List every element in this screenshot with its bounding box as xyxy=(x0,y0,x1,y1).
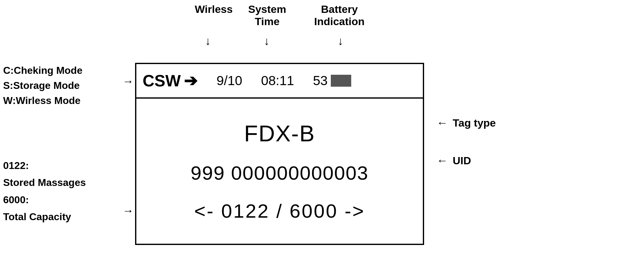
system-time-label: SystemTime xyxy=(248,3,286,28)
uid-label: UID xyxy=(453,155,471,167)
tag-type-value: FDX-B xyxy=(244,121,315,146)
uid-value: 999 000000000003 xyxy=(191,162,368,184)
mode-arrow-icon: ➔ xyxy=(184,71,198,90)
wireless-arrow-down-icon: ↓ xyxy=(205,35,211,48)
mode-c-label: C:Cheking Mode xyxy=(3,63,82,78)
system-time-arrow-down-icon: ↓ xyxy=(264,35,270,48)
total-count-label: 6000: xyxy=(3,191,86,208)
nav-row: <- 0122 / 6000 -> xyxy=(194,200,365,222)
tag-type-arrow-left-icon: ← xyxy=(437,116,448,129)
stored-massages-label: Stored Massages xyxy=(3,174,86,191)
nav-arrow-right-icon: → xyxy=(123,204,134,217)
mode-w-label: W:Wirless Mode xyxy=(3,93,82,108)
mode-labels: C:Cheking Mode S:Storage Mode W:Wirless … xyxy=(3,63,82,108)
battery-percent-value: 53 xyxy=(313,73,328,88)
wireless-label: Wirless xyxy=(195,3,233,15)
status-bar: CSW ➔ 9/10 08:11 53 xyxy=(136,64,423,99)
main-display-area: FDX-B 999 000000000003 <- 0122 / 6000 -> xyxy=(136,99,423,244)
mode-s-label: S:Storage Mode xyxy=(3,78,82,93)
battery-area: 53 xyxy=(313,73,351,88)
battery-bar-icon xyxy=(331,75,351,87)
mode-arrow-right-icon: → xyxy=(123,75,134,88)
system-time-value: 08:11 xyxy=(261,73,294,88)
uid-arrow-left-icon: ← xyxy=(437,154,448,167)
wireless-value: 9/10 xyxy=(216,73,242,88)
stored-labels: 0122: Stored Massages 6000: Total Capaci… xyxy=(3,157,86,226)
tag-type-label-area: ← Tag type xyxy=(437,116,496,129)
uid-label-area: ← UID xyxy=(437,154,471,167)
mode-display: CSW ➔ xyxy=(143,71,198,90)
mode-text: CSW xyxy=(143,71,181,90)
battery-indication-label: BatteryIndication xyxy=(314,3,365,28)
stored-count-label: 0122: xyxy=(3,157,86,174)
total-capacity-label: Total Capacity xyxy=(3,208,86,225)
tag-type-label: Tag type xyxy=(453,117,496,129)
display-box: CSW ➔ 9/10 08:11 53 FDX-B 999 0000000000… xyxy=(135,63,424,245)
battery-arrow-down-icon: ↓ xyxy=(338,35,343,48)
